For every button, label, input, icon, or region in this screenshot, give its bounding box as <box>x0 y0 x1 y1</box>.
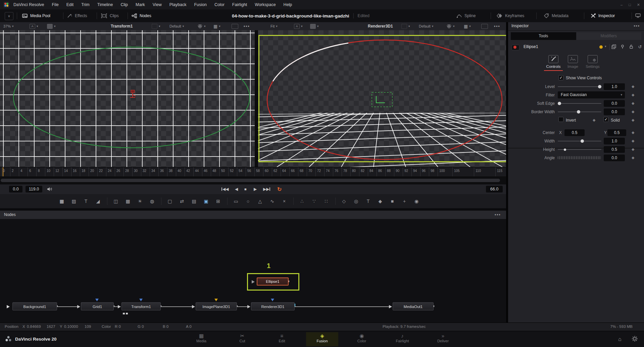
page-edit[interactable]: ≡Edit <box>266 332 298 346</box>
left-viewer-color-controls-button[interactable]: ▾ <box>197 22 206 30</box>
menu-view[interactable]: View <box>153 2 162 7</box>
stop-button[interactable]: ■ <box>244 186 247 192</box>
invert-checkbox[interactable]: ✓ <box>558 117 563 122</box>
left-viewer-zoom-dropdown[interactable]: 37%▾ <box>3 22 14 30</box>
right-viewer-channel-button[interactable]: ▾ <box>310 22 319 30</box>
clips-button[interactable]: Clips <box>101 9 119 22</box>
menu-timeline[interactable]: Timeline <box>97 2 113 7</box>
audio-mute-icon[interactable] <box>47 186 53 192</box>
menu-trim[interactable]: Trim <box>81 2 90 7</box>
page-media[interactable]: ▦Media <box>185 332 217 346</box>
left-viewer[interactable] <box>0 30 255 167</box>
menu-workspace[interactable]: Workspace <box>255 2 276 7</box>
node-mediaout1[interactable]: MediaOut1 <box>393 302 434 310</box>
media-in-icon[interactable]: ▣ <box>202 198 210 205</box>
left-viewer-options-icon[interactable]: ••• <box>244 22 250 30</box>
right-viewer-single-view-button[interactable] <box>481 22 488 30</box>
range-start-field[interactable]: 0.0 <box>9 186 22 192</box>
shape-3d-icon[interactable]: ◎ <box>352 198 360 205</box>
versions-icon[interactable] <box>611 44 617 50</box>
border-width-keyframe-icon[interactable]: ◆ <box>632 110 634 114</box>
center-y-value[interactable]: 0.5 <box>607 129 626 136</box>
menu-fusion[interactable]: Fusion <box>194 2 207 7</box>
height-slider[interactable] <box>558 149 601 150</box>
subtab-settings[interactable]: Settings <box>581 55 604 69</box>
timeline-scrollbar[interactable] <box>0 176 506 184</box>
layout-icon[interactable]: ▤ <box>190 198 198 205</box>
cube-3d-icon[interactable]: ■ <box>388 198 397 205</box>
inspector-options-icon[interactable]: ••• <box>634 24 640 28</box>
node-ellipse1[interactable]: Ellipse1 <box>257 277 289 286</box>
soft-edge-keyframe-icon[interactable]: ◆ <box>632 101 634 105</box>
renderer-3d-icon[interactable]: ◉ <box>412 198 421 205</box>
bspline-mask-icon[interactable]: ∿ <box>268 198 277 205</box>
node-imageplane3d1[interactable]: ImagePlane3D1 <box>196 302 237 310</box>
collapse-panel-button[interactable]: ∨ <box>5 12 13 20</box>
maximize-icon[interactable]: □ <box>629 3 631 7</box>
resize-icon[interactable]: ⊞ <box>214 198 222 205</box>
soft-edge-value[interactable]: 0.0 <box>604 100 625 107</box>
level-keyframe-icon[interactable]: ◆ <box>632 84 634 89</box>
node-grid1[interactable]: Grid1 <box>81 302 114 310</box>
width-keyframe-icon[interactable]: ◆ <box>632 139 634 143</box>
transform-icon[interactable]: ▢ <box>165 198 174 205</box>
height-value[interactable]: 0.5 <box>604 146 625 153</box>
home-icon[interactable]: ⌂ <box>618 336 622 342</box>
filter-dropdown[interactable]: Fast Gaussian▾ <box>558 91 625 98</box>
go-to-end-button[interactable]: ▶▶ <box>263 186 270 192</box>
panel-layout-icon[interactable] <box>635 9 641 22</box>
menu-color[interactable]: Color <box>214 2 225 7</box>
right-viewer-options-icon[interactable]: ••• <box>494 22 500 30</box>
menu-davinci-resolve[interactable]: DaVinci Resolve <box>13 2 44 7</box>
menu-help[interactable]: Help <box>284 2 292 7</box>
show-view-controls-checkbox[interactable]: ✓ <box>558 75 563 80</box>
right-viewer-roi-button[interactable]: ▾ <box>401 22 410 30</box>
minimize-icon[interactable]: – <box>621 3 623 7</box>
particle-render-icon[interactable]: ∵ <box>310 198 318 205</box>
border-width-slider[interactable] <box>558 112 601 112</box>
solid-keyframe-icon[interactable]: ◆ <box>632 118 634 122</box>
camera-3d-icon[interactable]: + <box>400 198 409 205</box>
right-viewer-zoom-dropdown[interactable]: Fit▾ <box>270 22 278 30</box>
angle-thumbwheel[interactable] <box>558 156 601 159</box>
gear-icon[interactable] <box>632 336 638 342</box>
text-3d-icon[interactable]: T <box>364 198 373 205</box>
width-value[interactable]: 1.0 <box>604 138 625 144</box>
angle-value[interactable]: 0.0 <box>604 155 625 161</box>
media-pool-button[interactable]: Media Pool <box>22 9 50 22</box>
menu-edit[interactable]: Edit <box>66 2 74 7</box>
right-viewer-color-controls-button[interactable]: ▾ <box>446 22 455 30</box>
solid-checkbox[interactable]: ✓ <box>603 117 608 122</box>
matte-control-icon[interactable]: ▩ <box>123 198 132 205</box>
current-frame-field[interactable]: 66.0 <box>486 186 503 192</box>
ellipse-mask-icon[interactable]: ○ <box>244 198 252 205</box>
left-viewer-roi-button[interactable]: ▾ <box>152 22 160 30</box>
page-cut[interactable]: ✂Cut <box>226 332 258 346</box>
level-slider[interactable] <box>558 86 601 87</box>
dve-icon[interactable]: ⇄ <box>178 198 186 205</box>
close-icon[interactable]: ✕ <box>637 3 640 7</box>
merge-icon[interactable]: ◫ <box>111 198 120 205</box>
spline-button[interactable]: Spline <box>456 9 476 22</box>
node-renderer3d1[interactable]: Renderer3D1 <box>251 302 295 310</box>
left-viewer-channel-button[interactable]: ▾ <box>47 22 56 30</box>
invert-keyframe-icon[interactable]: ◆ <box>593 118 595 122</box>
metadata-button[interactable]: Metadata <box>544 9 568 22</box>
page-fusion[interactable]: ◈Fusion <box>306 332 338 346</box>
left-viewer-gain-button[interactable]: A▾ <box>30 22 38 30</box>
blur-icon[interactable]: ◍ <box>148 198 156 205</box>
play-button[interactable]: ▶ <box>254 186 257 192</box>
time-ruler[interactable]: 0246810121416182022242628303234363840424… <box>0 167 506 177</box>
height-keyframe-icon[interactable]: ◆ <box>632 147 634 151</box>
node-graph[interactable]: 1 Background1Grid1Transform1ImagePlane3D… <box>0 219 506 322</box>
right-viewer-gain-button[interactable]: A▾ <box>294 22 303 30</box>
left-viewer-lut-dropdown[interactable]: Default▾ <box>169 22 184 30</box>
node-tile-color-icon[interactable] <box>599 45 603 49</box>
go-to-start-button[interactable]: ◀◀ <box>221 186 229 192</box>
center-x-value[interactable]: 0.5 <box>564 129 585 136</box>
chevron-down-icon[interactable]: ▾ <box>605 45 606 48</box>
soft-edge-slider[interactable] <box>558 103 601 104</box>
right-viewer[interactable] <box>258 30 506 167</box>
menu-file[interactable]: File <box>52 2 58 7</box>
menu-fairlight[interactable]: Fairlight <box>232 2 247 7</box>
